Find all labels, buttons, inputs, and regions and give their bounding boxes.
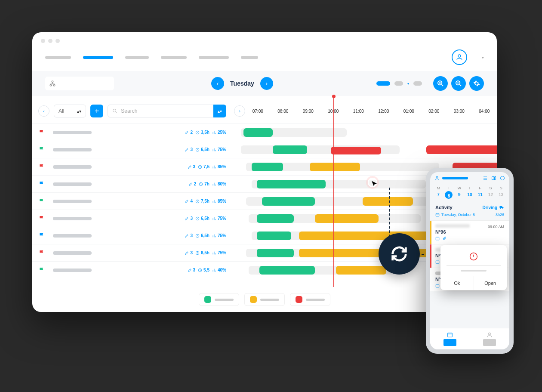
next-day-button[interactable]: › bbox=[260, 77, 273, 90]
gantt-bar-green[interactable] bbox=[257, 231, 291, 240]
phone-header bbox=[430, 172, 509, 184]
search-minus-icon bbox=[455, 80, 462, 87]
org-selector[interactable] bbox=[45, 77, 114, 90]
tab-item-active[interactable] bbox=[83, 56, 113, 59]
resource-stats: 3 6,5h 75% bbox=[185, 216, 226, 221]
gantt-bar-orange[interactable] bbox=[310, 163, 360, 171]
stat-tools: 4 bbox=[185, 199, 193, 204]
prev-page-button[interactable]: ‹ bbox=[38, 105, 49, 117]
resource-row[interactable]: 2 3,5h 25% bbox=[32, 123, 232, 141]
phone-nav-schedule[interactable] bbox=[430, 328, 470, 349]
resource-panel-controls: ‹ All ▴▾ + Search ▴▾ bbox=[32, 101, 232, 123]
stat-util: 85% bbox=[212, 164, 226, 169]
gantt-bar-red[interactable] bbox=[426, 145, 497, 154]
search-input[interactable]: Search bbox=[108, 105, 213, 117]
search-plus-icon bbox=[437, 80, 444, 87]
zoom-out-button[interactable] bbox=[451, 76, 466, 91]
list-icon[interactable] bbox=[483, 176, 488, 181]
search-placeholder: Search bbox=[121, 108, 137, 114]
gantt-bar-green[interactable] bbox=[252, 163, 283, 171]
filter-all-select[interactable]: All ▴▾ bbox=[54, 105, 86, 117]
prev-day-button[interactable]: ‹ bbox=[211, 77, 224, 90]
gantt-bar-orange[interactable] bbox=[299, 231, 444, 240]
svg-point-6 bbox=[113, 109, 116, 112]
time-header-label: 11:00 bbox=[353, 109, 364, 114]
time-header-label: 07:00 bbox=[253, 109, 263, 114]
tab-item[interactable] bbox=[45, 56, 71, 59]
gantt-bar-green[interactable] bbox=[243, 128, 273, 137]
popup-open-button[interactable]: Open bbox=[474, 276, 507, 290]
phone-bottom-nav bbox=[430, 328, 509, 349]
flag-icon bbox=[38, 250, 45, 256]
chevron-down-icon[interactable]: ▾ bbox=[482, 55, 484, 60]
tab-item[interactable] bbox=[241, 56, 258, 59]
calendar-date[interactable]: 8 bbox=[445, 191, 453, 199]
toolbar: ‹ Tuesday › ▾ bbox=[32, 71, 497, 96]
gantt-bar-green[interactable] bbox=[257, 214, 294, 223]
sort-button[interactable]: ▴▾ bbox=[213, 105, 226, 117]
resource-row[interactable]: 4 7,5h 85% bbox=[32, 192, 232, 210]
phone-calendar[interactable]: MTWTFSS78910111213 bbox=[430, 184, 509, 201]
view-switch[interactable]: ▾ bbox=[370, 79, 428, 88]
gantt-bar-orange[interactable] bbox=[336, 266, 386, 275]
alert-icon bbox=[469, 252, 478, 261]
settings-button[interactable] bbox=[469, 76, 484, 91]
resource-row[interactable]: 2 7h 80% bbox=[32, 175, 232, 192]
tab-item[interactable] bbox=[161, 56, 187, 59]
resource-row[interactable]: 3 7,5 85% bbox=[32, 158, 232, 175]
calendar-date[interactable]: 11 bbox=[475, 191, 485, 199]
stat-tools: 3 bbox=[188, 268, 196, 272]
phone-nav-profile[interactable] bbox=[470, 328, 509, 349]
resource-name bbox=[53, 131, 92, 134]
resource-name bbox=[53, 217, 92, 220]
gantt-bar-orange[interactable] bbox=[299, 249, 444, 257]
timeline-scroll-button[interactable]: › bbox=[234, 105, 245, 117]
resource-row[interactable]: 3 6,5h 75% bbox=[32, 141, 232, 158]
gantt-bar-green[interactable] bbox=[257, 180, 326, 188]
flag-icon bbox=[38, 232, 45, 239]
add-resource-button[interactable]: + bbox=[90, 105, 103, 117]
resource-row[interactable]: 3 6,5h 75% bbox=[32, 244, 232, 261]
calendar-date[interactable]: 13 bbox=[496, 191, 506, 199]
more-icon[interactable] bbox=[500, 176, 505, 181]
search-icon bbox=[112, 108, 117, 114]
tab-item[interactable] bbox=[199, 56, 229, 59]
stat-tools: 3 bbox=[185, 250, 193, 255]
resource-panel: ‹ All ▴▾ + Search ▴▾ 2 3,5h 25% bbox=[32, 96, 232, 287]
calendar-date[interactable]: 7 bbox=[434, 191, 443, 199]
gantt-bar-orange[interactable] bbox=[363, 197, 413, 206]
popup-ok-button[interactable]: Ok bbox=[440, 276, 474, 290]
gantt-row bbox=[232, 141, 497, 158]
user-avatar[interactable] bbox=[452, 49, 467, 65]
calendar-date[interactable]: 12 bbox=[486, 191, 495, 199]
gantt-bar-red[interactable] bbox=[331, 147, 381, 154]
flag-icon bbox=[38, 198, 45, 205]
stat-duration: 7,5h bbox=[195, 199, 209, 204]
gantt-bar-green[interactable] bbox=[257, 249, 294, 257]
flag-icon bbox=[38, 181, 45, 188]
zoom-in-button[interactable] bbox=[433, 76, 448, 91]
flag-icon bbox=[38, 215, 45, 222]
resource-row[interactable]: 3 5,5 40% bbox=[32, 261, 232, 278]
calendar-date[interactable]: 9 bbox=[455, 191, 464, 199]
gantt-row bbox=[232, 123, 497, 141]
gantt-bar-green[interactable] bbox=[259, 266, 315, 275]
stat-duration: 5,5 bbox=[198, 268, 209, 272]
time-header-label: 12:00 bbox=[378, 109, 389, 114]
gantt-bar-orange[interactable] bbox=[315, 214, 379, 223]
resource-name bbox=[53, 200, 92, 203]
map-icon[interactable] bbox=[491, 176, 496, 181]
calendar-date[interactable]: 10 bbox=[465, 191, 474, 199]
gantt-bar-green[interactable] bbox=[273, 145, 307, 154]
tab-item[interactable] bbox=[125, 56, 149, 59]
flag-icon bbox=[38, 146, 45, 153]
gantt-bar-green[interactable] bbox=[262, 197, 315, 206]
resource-row[interactable]: 3 6,5h 75% bbox=[32, 227, 232, 244]
resource-name bbox=[53, 234, 92, 238]
resource-row[interactable]: 3 6,5h 75% bbox=[32, 210, 232, 227]
phone-task-item[interactable]: N°96 09:00 AM bbox=[430, 220, 509, 244]
time-header-label: 09:00 bbox=[303, 109, 314, 114]
calendar-icon bbox=[435, 236, 440, 241]
user-icon bbox=[487, 332, 493, 338]
svg-rect-3 bbox=[53, 85, 55, 86]
